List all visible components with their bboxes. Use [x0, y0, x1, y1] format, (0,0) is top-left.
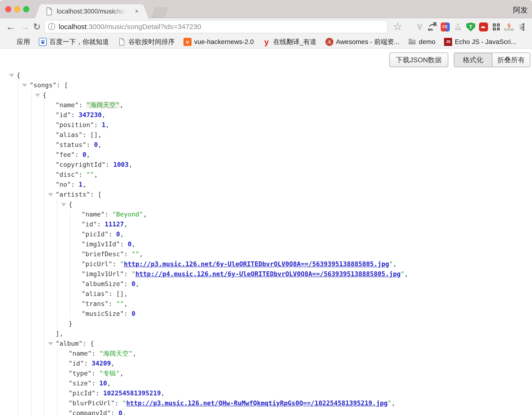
collapse-toggle-icon[interactable]: [9, 74, 14, 77]
address-bar[interactable]: ⓘ localhost:3000/music/songDetail?ids=34…: [44, 20, 388, 33]
json-token: ,: [393, 260, 397, 268]
json-token: : [: [90, 191, 102, 198]
json-token: "fee": [56, 151, 75, 158]
traffic-lights: [5, 6, 29, 12]
collapse-toggle-icon[interactable]: [48, 342, 53, 346]
awesomes-a-icon: A: [325, 38, 333, 46]
json-row: "albumSize": 0,: [0, 279, 532, 289]
browser-tab[interactable]: localhost:3000/music/songDet ×: [42, 4, 142, 19]
bookmarks-bar: 应用 百度一下，你就知道 谷歌按时间排序 v vue-hackernews-2.…: [0, 36, 532, 48]
json-token: ": [400, 270, 404, 278]
json-token: :: [95, 389, 103, 397]
bookmark-echojs[interactable]: JS Echo JS - JavaScri...: [444, 38, 516, 46]
shield-icon[interactable]: T: [466, 22, 475, 31]
json-token: ,: [161, 389, 165, 397]
json-token: :: [79, 101, 86, 109]
profile-name[interactable]: 阿发: [513, 5, 528, 15]
json-row: "no": 1,: [0, 180, 532, 190]
json-token: ,: [120, 231, 124, 238]
collapse-all-button[interactable]: 折叠所有: [492, 53, 530, 67]
html5-player-icon[interactable]: 5 PLAYER: [504, 22, 513, 31]
json-token: :: [75, 151, 83, 158]
extension-icons: V 英 en FE T ▶▶ 5 PLAYER: [415, 18, 526, 36]
tree-guide-line: [57, 199, 57, 329]
reload-button[interactable]: ↻: [33, 22, 41, 31]
json-token: ,: [105, 121, 109, 128]
bookmark-demo-folder[interactable]: demo: [408, 38, 435, 46]
json-token: :: [124, 310, 132, 317]
json-token: "img1v1Url": [82, 270, 124, 278]
json-token: "Beyond": [112, 211, 143, 218]
tab-close-icon[interactable]: ×: [135, 7, 139, 15]
bookmark-awesomes[interactable]: A Awesomes - 前端资...: [325, 37, 399, 46]
json-token: "blurPicUrl": [68, 399, 115, 407]
bookmark-baidu[interactable]: 百度一下，你就知道: [39, 37, 109, 46]
json-url-link[interactable]: http://p4.music.126.net/6y-UleORITEDbvrO…: [135, 270, 401, 278]
collapse-toggle-icon[interactable]: [22, 84, 27, 87]
json-token: "position": [56, 121, 94, 128]
json-token: ": [132, 270, 135, 278]
tree-guide-line: [18, 80, 19, 415]
youdao-translate-icon[interactable]: 英 en: [428, 22, 437, 31]
json-token: "name": [68, 350, 92, 357]
json-token: {: [43, 91, 46, 99]
page-icon: [118, 38, 126, 46]
url-host: localhost: [59, 23, 86, 31]
close-window-button[interactable]: [5, 6, 11, 12]
tree-guide-line: [44, 100, 44, 415]
new-tab-button[interactable]: [151, 8, 168, 18]
bookmark-vue-hackernews[interactable]: v vue-hackernews-2.0: [183, 38, 254, 46]
json-token: ,: [139, 250, 143, 258]
bookmark-youdao[interactable]: y 在线翻译_有道: [262, 37, 317, 46]
bookmark-star-icon[interactable]: ☆: [393, 20, 402, 32]
sitemap-icon[interactable]: [454, 22, 463, 31]
json-token: "status": [56, 141, 86, 148]
collapse-toggle-icon[interactable]: [61, 203, 66, 206]
chrome-menu-icon[interactable]: ⋮: [519, 21, 528, 32]
json-row: {: [0, 199, 532, 209]
qr-code-icon[interactable]: [492, 22, 501, 31]
bookmark-apps[interactable]: 应用: [6, 37, 30, 46]
back-button[interactable]: ←: [6, 22, 16, 32]
minimize-window-button[interactable]: [14, 6, 20, 12]
zoom-window-button[interactable]: [23, 6, 29, 12]
json-token: : {: [83, 340, 94, 347]
json-row: "album": {: [0, 338, 532, 348]
json-token: "songs": [29, 81, 57, 89]
vue-devtools-icon[interactable]: V: [415, 22, 424, 31]
download-json-button[interactable]: 下载JSON数据: [389, 53, 448, 67]
tab-title: localhost:3000/music/songDet: [57, 8, 128, 16]
json-url-link[interactable]: http://p3.music.126.net/6y-UleORITEDbvrO…: [124, 260, 389, 268]
collapse-toggle-icon[interactable]: [35, 94, 40, 97]
json-token: : [],: [83, 131, 102, 138]
json-token: 1: [102, 121, 105, 128]
bookmark-google-sort[interactable]: 谷歌按时间排序: [118, 37, 175, 46]
json-token: "copyrightId": [56, 161, 105, 168]
json-token: :: [97, 221, 105, 228]
json-token: ,: [107, 379, 111, 387]
json-row: "songs": [: [0, 80, 532, 90]
json-token: ,: [94, 171, 98, 178]
json-url-link[interactable]: http://p3.music.126.net/QHw-RuMwfQkmqtiy…: [126, 399, 388, 407]
tree-guide-line: [57, 348, 57, 415]
json-token: :: [94, 121, 102, 128]
json-token: 0: [128, 240, 132, 248]
json-row: "artists": [: [0, 190, 532, 199]
json-token: 0: [132, 310, 135, 317]
format-button[interactable]: 格式化: [454, 53, 492, 67]
collapse-toggle-icon[interactable]: [48, 193, 53, 196]
json-row: "musicSize": 0: [0, 309, 532, 319]
json-token: ": [120, 260, 124, 268]
json-row: "img1v1Id": 0,: [0, 239, 532, 249]
json-token: 0: [94, 141, 98, 148]
json-token: "picId": [68, 389, 95, 397]
fast-forward-icon[interactable]: ▶▶: [479, 22, 488, 31]
json-token: "": [86, 171, 94, 178]
json-token: ,: [391, 399, 395, 407]
page-info-icon[interactable]: ⓘ: [48, 22, 55, 32]
json-token: "picUrl": [82, 260, 112, 268]
fe-helper-icon[interactable]: FE: [441, 22, 450, 31]
json-row: "name": "海阔天空",: [0, 100, 532, 110]
json-token: ,: [120, 101, 124, 109]
json-token: :: [109, 300, 116, 307]
